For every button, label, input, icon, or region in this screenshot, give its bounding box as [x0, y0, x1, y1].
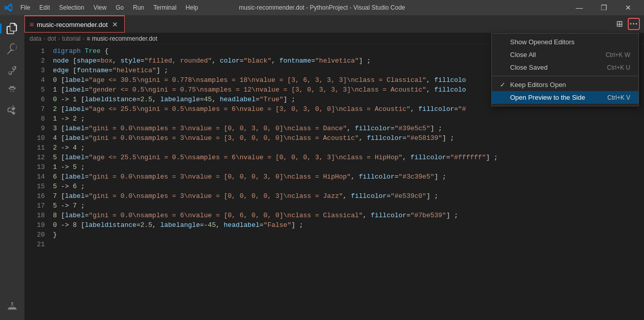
- more-actions-button[interactable]: ···: [628, 18, 640, 30]
- code-line-21: [53, 240, 644, 249]
- explorer-icon[interactable]: [3, 19, 21, 38]
- menu-edit[interactable]: Edit: [35, 3, 54, 12]
- breadcrumb-file[interactable]: ≡ music-recommender.dot: [87, 35, 157, 42]
- menu-view[interactable]: View: [89, 3, 110, 12]
- menu-close-all-shortcut: Ctrl+K W: [606, 51, 630, 59]
- run-debug-icon[interactable]: [3, 80, 21, 99]
- titlebar-left: File Edit Selection View Go Run Terminal…: [4, 3, 202, 12]
- tab-close-button[interactable]: ✕: [111, 20, 119, 28]
- tab-bar: ≡ music-recommender.dot ✕ ···: [24, 15, 644, 33]
- menu-item-left-keep: ✓ Keep Editors Open: [500, 81, 566, 89]
- source-control-icon[interactable]: [3, 60, 21, 78]
- menu-close-all[interactable]: Close All Ctrl+K W: [492, 48, 638, 61]
- minimize-button[interactable]: —: [568, 0, 591, 15]
- menu-item-left-close-all: Close All: [500, 51, 536, 59]
- breadcrumb-tutorial[interactable]: tutorial: [62, 35, 80, 42]
- code-line-16: 7 [label="gini = 0.0\nsamples = 3\nvalue…: [53, 191, 644, 201]
- menu-close-saved-shortcut: Ctrl+K U: [607, 64, 630, 71]
- code-line-13: 1 -> 5 ;: [53, 162, 644, 172]
- menu-item-left-show: Show Opened Editors: [500, 38, 574, 46]
- tab-icon: ≡: [30, 20, 34, 28]
- tab-music-recommender[interactable]: ≡ music-recommender.dot ✕: [24, 15, 125, 33]
- menu-terminal[interactable]: Terminal: [149, 3, 180, 12]
- menu-close-saved[interactable]: Close Saved Ctrl+K U: [492, 61, 638, 74]
- activity-bar: [0, 15, 24, 320]
- menu-item-left-close-saved: Close Saved: [500, 64, 548, 71]
- breadcrumb-sep3: ›: [82, 35, 85, 42]
- code-line-19: 0 -> 8 [labeldistance=2.5, labelangle=-4…: [53, 220, 644, 230]
- code-line-12: 5 [label="age <= 25.5\ngini = 0.5\nsampl…: [53, 153, 644, 162]
- code-line-10: 4 [label="gini = 0.0\nsamples = 3\nvalue…: [53, 133, 644, 143]
- menu-open-preview-side[interactable]: Open Preview to the Side Ctrl+K V: [492, 91, 638, 104]
- menu-close-saved-label: Close Saved: [510, 64, 548, 71]
- menu-selection[interactable]: Selection: [55, 3, 88, 12]
- close-button[interactable]: ✕: [617, 0, 640, 15]
- menu-keep-editors-open[interactable]: ✓ Keep Editors Open: [492, 78, 638, 91]
- breadcrumb-sep1: ›: [43, 35, 45, 42]
- titlebar-controls: — ❐ ✕: [568, 0, 640, 15]
- menu-help[interactable]: Help: [182, 3, 203, 12]
- test-icon[interactable]: [3, 298, 21, 316]
- context-menu: Show Opened Editors Close All Ctrl+K W C…: [491, 33, 639, 106]
- menu-open-preview-side-shortcut: Ctrl+K V: [607, 94, 630, 101]
- code-line-9: 3 [label="gini = 0.0\nsamples = 3\nvalue…: [53, 124, 644, 133]
- maximize-button[interactable]: ❐: [592, 0, 615, 15]
- menu-file[interactable]: File: [16, 3, 34, 12]
- menu-item-left-preview: Open Preview to the Side: [500, 94, 585, 101]
- menu-keep-check: ✓: [500, 81, 508, 89]
- menu-keep-editors-open-label: Keep Editors Open: [510, 81, 566, 89]
- menu-show-opened-editors[interactable]: Show Opened Editors: [492, 36, 638, 48]
- code-line-8: 1 -> 2 ;: [53, 114, 644, 124]
- extensions-icon[interactable]: [3, 101, 21, 119]
- code-line-14: 6 [label="gini = 0.0\nsamples = 3\nvalue…: [53, 172, 644, 182]
- menu-go[interactable]: Go: [111, 3, 128, 12]
- code-line-11: 2 -> 4 ;: [53, 143, 644, 153]
- menu-show-opened-editors-label: Show Opened Editors: [510, 38, 574, 46]
- menu-separator-1: [492, 76, 638, 76]
- split-editor-button[interactable]: [613, 18, 626, 30]
- menu-close-all-label: Close All: [510, 51, 536, 59]
- code-line-17: 5 -> 7 ;: [53, 201, 644, 211]
- vscode-logo-icon: [4, 4, 12, 12]
- titlebar-title: music-recommender.dot - PythonProject - …: [239, 4, 405, 11]
- code-line-20: }: [53, 230, 644, 240]
- tab-label: music-recommender.dot: [37, 21, 107, 28]
- code-line-15: 5 -> 6 ;: [53, 182, 644, 191]
- search-activity-icon[interactable]: [3, 40, 21, 58]
- line-numbers: 12345 678910 1112131415 1617181920 21: [24, 44, 49, 320]
- breadcrumb-data[interactable]: data: [30, 35, 41, 42]
- titlebar-menu: File Edit Selection View Go Run Terminal…: [16, 3, 202, 12]
- menu-run[interactable]: Run: [129, 3, 148, 12]
- tab-actions: ···: [613, 15, 644, 33]
- code-line-18: 8 [label="gini = 0.0\nsamples = 6\nvalue…: [53, 211, 644, 220]
- breadcrumb-sep2: ›: [58, 35, 60, 42]
- menu-open-preview-side-label: Open Preview to the Side: [510, 94, 585, 101]
- titlebar: File Edit Selection View Go Run Terminal…: [0, 0, 644, 15]
- breadcrumb-dot[interactable]: dot: [47, 35, 56, 42]
